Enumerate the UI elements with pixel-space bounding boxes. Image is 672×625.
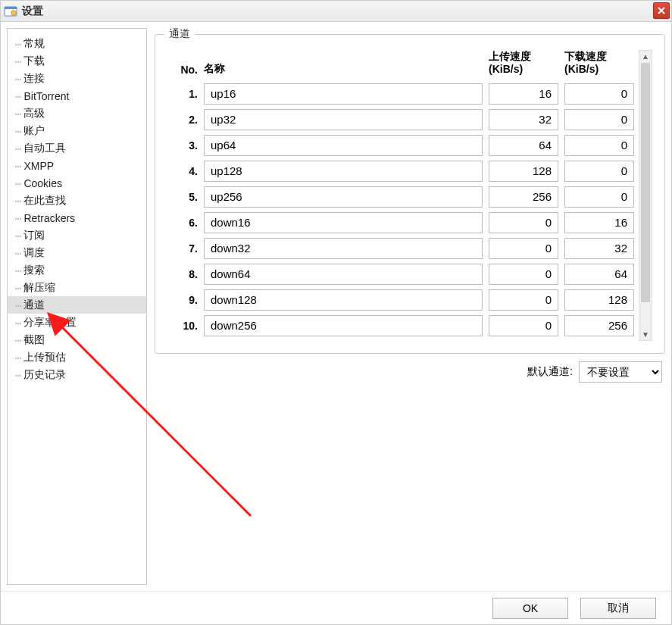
upload-speed-input[interactable] [489, 289, 558, 311]
download-speed-input[interactable] [564, 83, 634, 105]
upload-speed-input[interactable] [489, 186, 558, 208]
row-number: 6. [167, 217, 198, 229]
sidebar-item[interactable]: ⋯上传预估 [8, 348, 146, 366]
sidebar-item-label: 解压缩 [23, 281, 55, 295]
row-number: 9. [167, 294, 198, 306]
channel-name-input[interactable] [204, 289, 483, 311]
ok-button[interactable]: OK [492, 598, 568, 619]
default-channel-row: 默认通道: 不要设置 [155, 361, 665, 383]
download-speed-input[interactable] [564, 264, 634, 285]
row-number: 1. [167, 88, 198, 100]
tree-dots-icon: ⋯ [15, 282, 20, 294]
main-panel: 通道 No. 名称 上传速度 (KiB/s) 下载速度 (KiB/s) 1.2.… [155, 28, 665, 585]
tree-dots-icon: ⋯ [15, 108, 20, 120]
scroll-thumb[interactable] [641, 63, 650, 302]
sidebar-item[interactable]: ⋯连接 [8, 70, 146, 87]
channel-name-input[interactable] [204, 109, 483, 130]
sidebar-item[interactable]: ⋯搜索 [8, 261, 146, 279]
close-button[interactable] [653, 2, 670, 19]
tree-dots-icon: ⋯ [15, 55, 20, 67]
download-speed-input[interactable] [564, 289, 634, 311]
sidebar-item[interactable]: ⋯账户 [8, 122, 146, 139]
channel-name-input[interactable] [204, 264, 483, 285]
sidebar-item[interactable]: ⋯Retrackers [8, 209, 146, 227]
sidebar-item[interactable]: ⋯XMPP [8, 157, 146, 174]
row-number: 10. [167, 320, 198, 332]
download-speed-input[interactable] [564, 109, 634, 130]
upload-speed-input[interactable] [489, 135, 558, 156]
sidebar-item[interactable]: ⋯订阅 [8, 227, 146, 244]
sidebar-item-label: 通道 [23, 298, 45, 312]
upload-speed-input[interactable] [489, 161, 558, 182]
sidebar-item[interactable]: ⋯BitTorrent [8, 87, 146, 105]
download-speed-input[interactable] [564, 238, 634, 259]
tree-dots-icon: ⋯ [15, 177, 20, 189]
upload-speed-input[interactable] [489, 238, 558, 259]
sidebar-item[interactable]: ⋯Cookies [8, 174, 146, 192]
tree-dots-icon: ⋯ [15, 212, 20, 224]
channel-name-input[interactable] [204, 212, 483, 233]
channel-name-input[interactable] [204, 161, 483, 182]
sidebar-item-label: 搜索 [23, 264, 45, 277]
channel-name-input[interactable] [204, 238, 483, 259]
download-speed-input[interactable] [564, 315, 634, 336]
sidebar-item[interactable]: ⋯自动工具 [8, 139, 146, 157]
table-row: 7. [167, 238, 634, 259]
sidebar-item[interactable]: ⋯分享率设置 [8, 314, 146, 331]
sidebar-item[interactable]: ⋯高级 [8, 105, 146, 122]
scroll-down-icon[interactable]: ▼ [642, 330, 649, 339]
default-channel-select[interactable]: 不要设置 [579, 361, 662, 383]
tree-dots-icon: ⋯ [15, 299, 20, 311]
tree-dots-icon: ⋯ [15, 369, 20, 381]
download-speed-input[interactable] [564, 135, 634, 156]
table-row: 2. [167, 109, 634, 130]
upload-speed-input[interactable] [489, 212, 558, 233]
table-header: No. 名称 上传速度 (KiB/s) 下载速度 (KiB/s) [167, 50, 634, 83]
svg-point-2 [11, 10, 16, 14]
tree-dots-icon: ⋯ [15, 38, 20, 50]
table-row: 6. [167, 212, 634, 233]
sidebar-item[interactable]: ⋯调度 [8, 244, 146, 261]
sidebar-item-label: 自动工具 [23, 142, 66, 155]
body: ⋯常规⋯下载⋯连接⋯BitTorrent⋯高级⋯账户⋯自动工具⋯XMPP⋯Coo… [1, 22, 671, 591]
sidebar-item[interactable]: ⋯通道 [8, 296, 146, 314]
table-row: 1. [167, 83, 634, 105]
upload-speed-input[interactable] [489, 109, 558, 130]
cancel-button[interactable]: 取消 [580, 598, 656, 619]
download-speed-input[interactable] [564, 212, 634, 233]
sidebar-item[interactable]: ⋯下载 [8, 52, 146, 70]
scrollbar[interactable]: ▲ ▼ [639, 50, 652, 341]
svg-rect-1 [5, 7, 17, 9]
row-number: 2. [167, 114, 198, 126]
sidebar-item[interactable]: ⋯历史记录 [8, 366, 146, 383]
upload-speed-input[interactable] [489, 315, 558, 336]
sidebar-item[interactable]: ⋯截图 [8, 331, 146, 348]
sidebar-item[interactable]: ⋯解压缩 [8, 279, 146, 296]
channel-name-input[interactable] [204, 135, 483, 156]
download-speed-input[interactable] [564, 161, 634, 182]
table-row: 3. [167, 135, 634, 156]
channel-name-input[interactable] [204, 186, 483, 208]
upload-speed-input[interactable] [489, 264, 558, 285]
sidebar-item[interactable]: ⋯常规 [8, 35, 146, 52]
row-number: 3. [167, 139, 198, 152]
app-icon [4, 5, 17, 18]
row-number: 5. [167, 191, 198, 203]
tree-dots-icon: ⋯ [15, 195, 20, 207]
sidebar-item-label: 订阅 [23, 229, 45, 242]
sidebar-item-label: 常规 [23, 37, 45, 51]
sidebar-item-label: 分享率设置 [23, 316, 77, 330]
upload-speed-input[interactable] [489, 83, 558, 105]
header-name: 名称 [204, 62, 483, 76]
channel-name-input[interactable] [204, 315, 483, 336]
channel-name-input[interactable] [204, 83, 483, 105]
sidebar-item-label: 历史记录 [23, 368, 66, 382]
row-number: 4. [167, 165, 198, 177]
scroll-up-icon[interactable]: ▲ [642, 52, 649, 61]
tree-dots-icon: ⋯ [15, 160, 20, 172]
sidebar-item[interactable]: ⋯在此查找 [8, 192, 146, 209]
tree-dots-icon: ⋯ [15, 334, 20, 346]
sidebar-item-label: 截图 [23, 333, 45, 347]
header-no: No. [167, 64, 198, 76]
download-speed-input[interactable] [564, 186, 634, 208]
